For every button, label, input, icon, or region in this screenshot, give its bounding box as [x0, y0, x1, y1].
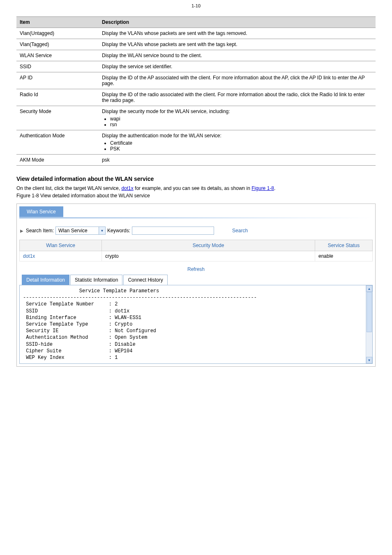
- grid-th-wlan-service[interactable]: Wlan Service: [20, 240, 102, 251]
- config-desc-list-item: Certificate: [110, 140, 372, 146]
- chevron-down-icon: ▼: [99, 227, 105, 234]
- intro-text-2: for example, and you can see its details…: [134, 185, 252, 191]
- scroll-up-icon[interactable]: ▲: [366, 285, 372, 292]
- config-item: AKM Mode: [16, 155, 99, 166]
- link-dot1x[interactable]: dot1x: [121, 185, 133, 191]
- page-number: 1-10: [16, 3, 376, 8]
- triangle-icon: ▶: [20, 229, 23, 233]
- tab-underline: [19, 217, 373, 218]
- config-desc: Display the WLAN service bound to the cl…: [99, 50, 376, 61]
- config-desc: Display the service set identifier.: [99, 61, 376, 72]
- config-row: Vlan(Untagged)Display the VLANs whose pa…: [16, 28, 376, 39]
- scrollbar[interactable]: ▲ ▼: [366, 285, 372, 363]
- config-desc-list-item: wapi: [110, 116, 372, 122]
- tab-detail-information[interactable]: Detail Information: [22, 275, 69, 285]
- scroll-track[interactable]: [366, 292, 372, 357]
- config-row: SSIDDisplay the service set identifier.: [16, 61, 376, 72]
- keywords-label: Keywords:: [107, 228, 130, 234]
- grid-th-security-mode[interactable]: Security Mode: [102, 240, 315, 251]
- config-desc: Display the ID of the AP associated with…: [99, 72, 376, 89]
- grid-link-dot1x[interactable]: dot1x: [23, 253, 35, 259]
- config-item: Vlan(Tagged): [16, 39, 99, 50]
- config-item: WLAN Service: [16, 50, 99, 61]
- config-desc: Display the VLANs whose packets are sent…: [99, 39, 376, 50]
- config-desc: Display the authentication mode for the …: [99, 130, 376, 155]
- scroll-down-icon[interactable]: ▼: [366, 357, 372, 363]
- grid-th-service-status[interactable]: Service Status: [315, 240, 373, 251]
- table-row: dot1x crypto enable: [20, 251, 373, 261]
- detail-tabs: Detail Information Statistic Information…: [22, 275, 373, 285]
- detail-panel: Service Template Parameters ------------…: [19, 285, 373, 364]
- screenshot-panel: Wlan Service ▶ Search Item: Wlan Service…: [16, 204, 376, 367]
- intro-text-3: .: [274, 185, 275, 191]
- config-row: Vlan(Tagged)Display the VLANs whose pack…: [16, 39, 376, 50]
- config-item: Security Mode: [16, 106, 99, 130]
- config-row: AP IDDisplay the ID of the AP associated…: [16, 72, 376, 89]
- search-row: ▶ Search Item: Wlan Service ▼ Keywords: …: [19, 224, 373, 240]
- search-button[interactable]: Search: [232, 228, 248, 234]
- grid-cell-security-mode: crypto: [102, 251, 315, 261]
- detail-content: Service Template Parameters ------------…: [20, 285, 366, 363]
- config-desc-list-item: PSK: [110, 146, 372, 152]
- config-item: Authentication Mode: [16, 130, 99, 155]
- tab-connect-history[interactable]: Connect History: [123, 275, 167, 285]
- config-item: AP ID: [16, 72, 99, 89]
- wlan-service-grid: Wlan Service Security Mode Service Statu…: [19, 240, 373, 261]
- config-desc: Display the ID of the radio associated w…: [99, 89, 376, 106]
- config-item: SSID: [16, 61, 99, 72]
- config-desc: psk: [99, 155, 376, 166]
- tab-wlan-service[interactable]: Wlan Service: [19, 206, 63, 217]
- intro-paragraph: On the client list, click the target WLA…: [16, 185, 376, 191]
- top-tabbar: Wlan Service: [19, 206, 373, 217]
- search-item-select[interactable]: Wlan Service ▼: [55, 227, 106, 235]
- search-item-select-value: Wlan Service: [56, 228, 99, 234]
- grid-cell-service-status: enable: [315, 251, 373, 261]
- config-item: Radio Id: [16, 89, 99, 106]
- config-th-item: Item: [16, 17, 99, 28]
- scroll-thumb[interactable]: [367, 292, 372, 332]
- config-row: Security ModeDisplay the security mode f…: [16, 106, 376, 130]
- keywords-input[interactable]: [132, 227, 214, 235]
- tab-statistic-information[interactable]: Statistic Information: [70, 275, 122, 285]
- config-item: Vlan(Untagged): [16, 28, 99, 39]
- config-row: AKM Modepsk: [16, 155, 376, 166]
- link-figure-1-8[interactable]: Figure 1-8: [251, 185, 274, 191]
- config-table: Item Description Vlan(Untagged)Display t…: [16, 16, 376, 166]
- config-desc: Display the VLANs whose packets are sent…: [99, 28, 376, 39]
- config-desc: Display the security mode for the WLAN s…: [99, 106, 376, 130]
- config-row: Radio IdDisplay the ID of the radio asso…: [16, 89, 376, 106]
- config-th-desc: Description: [99, 17, 376, 28]
- search-item-label: Search Item:: [26, 228, 54, 234]
- config-desc-list-item: rsn: [110, 122, 372, 127]
- intro-text: On the client list, click the target WLA…: [16, 185, 121, 191]
- config-row: WLAN ServiceDisplay the WLAN service bou…: [16, 50, 376, 61]
- refresh-button[interactable]: Refresh: [187, 266, 205, 272]
- config-row: Authentication ModeDisplay the authentic…: [16, 130, 376, 155]
- figure-caption: Figure 1-8 View detailed information abo…: [16, 193, 376, 199]
- section-heading: View detailed information about the WLAN…: [16, 176, 376, 182]
